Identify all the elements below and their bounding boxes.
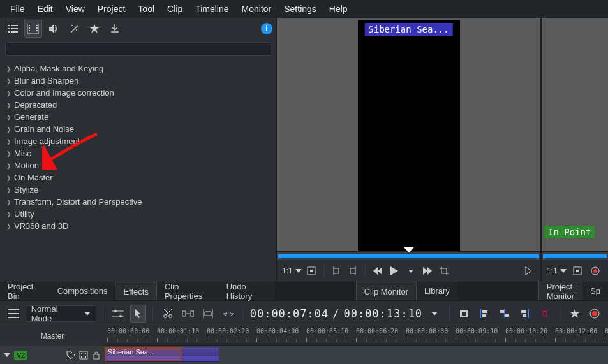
effects-category[interactable]: ❯Color and Image correction	[5, 87, 276, 99]
wand-icon[interactable]	[65, 20, 83, 38]
fit-screen-icon[interactable]	[570, 264, 584, 278]
svg-rect-36	[81, 356, 82, 358]
video-track-head[interactable]: V2	[0, 346, 105, 364]
clip-monitor-ruler[interactable]	[277, 251, 540, 260]
timeline-clip[interactable]: Siberian Sea...	[105, 347, 219, 362]
effects-category[interactable]: ❯Deprecated	[5, 99, 276, 111]
chevron-right-icon: ❯	[5, 138, 13, 145]
out-point-icon[interactable]	[346, 264, 360, 278]
timeline: Master V2 00:00:00:0000:00:01:1000:00:02…	[0, 326, 608, 364]
timeline-tracks[interactable]: 00:00:00:0000:00:01:1000:00:02:2000:00:0…	[105, 326, 608, 364]
tab-compositions[interactable]: Compositions	[50, 282, 115, 300]
playhead-icon[interactable]	[404, 247, 414, 252]
lock-icon[interactable]	[92, 351, 101, 360]
menu-settings[interactable]: Settings	[278, 1, 323, 17]
effects-category[interactable]: ❯On Master	[5, 171, 276, 184]
align-mid-icon[interactable]	[496, 305, 513, 323]
tag-icon[interactable]	[66, 351, 75, 360]
menu-monitor[interactable]: Monitor	[235, 1, 278, 17]
effects-tree[interactable]: ❯Alpha, Mask and Keying ❯Blur and Sharpe…	[0, 60, 276, 282]
effects-search-input[interactable]	[5, 42, 271, 56]
svg-rect-19	[182, 311, 186, 316]
effects-category-motion[interactable]: ❯Motion	[5, 159, 276, 171]
menu-view[interactable]: View	[59, 1, 91, 17]
effects-category[interactable]: ❯Transform, Distort and Perspective	[5, 196, 276, 208]
next-icon[interactable]	[521, 264, 535, 278]
effects-category[interactable]: ❯Blur and Sharpen	[5, 75, 276, 87]
menu-help[interactable]: Help	[323, 1, 354, 17]
download-icon[interactable]	[106, 20, 124, 38]
insert-icon[interactable]	[200, 305, 217, 323]
chevron-right-icon: ❯	[5, 126, 13, 133]
edit-mode-selector[interactable]: Normal Mode	[26, 305, 96, 322]
tab-clip-monitor[interactable]: Clip Monitor	[356, 282, 417, 300]
video-track-row[interactable]: Siberian Sea...	[105, 346, 608, 364]
menu-clip[interactable]: Clip	[161, 1, 189, 17]
film-view-icon[interactable]	[24, 20, 42, 38]
tab-sp[interactable]: Sp	[582, 282, 608, 300]
rewind-icon[interactable]	[371, 264, 385, 278]
list-view-icon[interactable]	[4, 20, 22, 38]
film-icon[interactable]	[79, 351, 88, 360]
tab-project-bin[interactable]: Project Bin	[0, 282, 50, 300]
effects-category[interactable]: ❯Alpha, Mask and Keying	[5, 62, 276, 75]
record-button-icon[interactable]	[586, 305, 603, 323]
play-dropdown-icon[interactable]	[404, 264, 418, 278]
clip-title-overlay: Siberian Sea...	[364, 23, 452, 36]
scale-selector[interactable]: 1:1	[282, 266, 302, 275]
marker-icon[interactable]	[456, 305, 473, 323]
svg-rect-20	[191, 311, 194, 316]
master-track-label[interactable]: Master	[0, 326, 105, 346]
effects-category[interactable]: ❯Stylize	[5, 184, 276, 196]
timeline-ruler[interactable]: 00:00:00:0000:00:01:1000:00:02:2000:00:0…	[105, 326, 608, 346]
forward-icon[interactable]	[420, 264, 434, 278]
tab-effects[interactable]: Effects	[115, 282, 157, 300]
timecode-position[interactable]: 00:00:07:04	[250, 307, 329, 320]
link-icon[interactable]	[537, 305, 553, 323]
project-monitor-viewport[interactable]: In Point	[542, 18, 608, 251]
chevron-down-icon[interactable]	[4, 353, 10, 357]
menu-tool[interactable]: Tool	[131, 1, 161, 17]
effects-category[interactable]: ❯Generate	[5, 111, 276, 123]
speaker-icon[interactable]	[45, 20, 63, 38]
tab-undo-history[interactable]: Undo History	[219, 282, 275, 300]
favorite-star-icon[interactable]	[567, 305, 583, 323]
clip-monitor-viewport[interactable]: Siberian Sea...	[277, 18, 540, 260]
fit-screen-icon[interactable]	[304, 264, 318, 278]
menu-edit[interactable]: Edit	[31, 1, 59, 17]
effects-category[interactable]: ❯Misc	[5, 147, 276, 159]
scale-selector[interactable]: 1:1	[547, 266, 567, 275]
svg-point-7	[71, 25, 73, 26]
slider-icon[interactable]	[110, 305, 126, 323]
info-icon[interactable]: i	[261, 23, 272, 34]
tab-project-monitor[interactable]: Project Monitor	[538, 282, 582, 300]
align-left-icon[interactable]	[476, 305, 493, 323]
effects-category[interactable]: ❯Image adjustment	[5, 135, 276, 147]
pointer-tool-icon[interactable]	[130, 305, 147, 323]
tab-clip-properties[interactable]: Clip Properties	[157, 282, 219, 300]
tab-library[interactable]: Library	[417, 282, 457, 300]
chevron-right-icon: ❯	[5, 174, 13, 182]
settings-icon[interactable]	[5, 305, 22, 323]
overwrite-icon[interactable]	[220, 305, 237, 323]
svg-rect-35	[81, 353, 82, 354]
play-icon[interactable]	[387, 264, 401, 278]
crop-icon[interactable]	[437, 264, 451, 278]
in-point-icon[interactable]	[329, 264, 343, 278]
svg-rect-24	[482, 310, 487, 313]
align-right-icon[interactable]	[517, 305, 533, 323]
star-icon[interactable]	[85, 20, 103, 38]
record-icon[interactable]	[588, 264, 602, 278]
svg-rect-2	[29, 27, 30, 29]
chevron-down-icon[interactable]	[426, 305, 443, 323]
effects-category[interactable]: ❯VR360 and 3D	[5, 220, 276, 232]
effects-category[interactable]: ❯Grain and Noise	[5, 123, 276, 135]
menu-project[interactable]: Project	[91, 1, 132, 17]
menu-file[interactable]: File	[4, 1, 31, 17]
spacer-tool-icon[interactable]	[180, 305, 196, 323]
project-monitor-ruler[interactable]	[542, 251, 608, 260]
effects-category[interactable]: ❯Utility	[5, 208, 276, 220]
cut-icon[interactable]	[159, 305, 176, 323]
effects-toolbar: i	[0, 18, 276, 40]
menu-timeline[interactable]: Timeline	[189, 1, 235, 17]
